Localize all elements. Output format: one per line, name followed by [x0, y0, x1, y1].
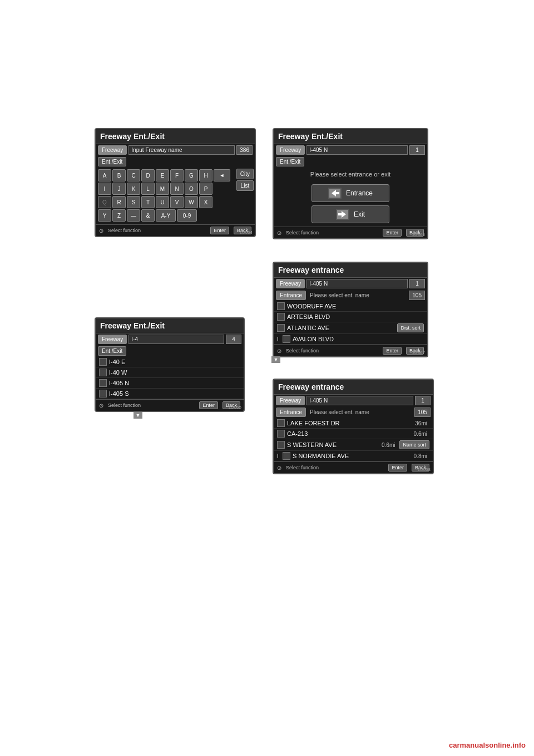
key-P[interactable]: P	[199, 183, 212, 195]
screen3-id: 1U066	[412, 232, 425, 237]
item3-checkbox[interactable]	[99, 379, 107, 387]
s5-item4-dist: 0.8mi	[414, 453, 427, 459]
screen-4: Freeway entrance Freeway I-405 N 1 Entra…	[273, 262, 428, 357]
screen1-freeway-tab[interactable]: Freeway	[98, 145, 127, 155]
screen1-input[interactable]: Input Freeway name	[128, 145, 235, 155]
screen3-enter-btn[interactable]: Enter	[383, 229, 402, 237]
list-item[interactable]: LAKE FOREST DR 36mi	[274, 418, 433, 429]
key-Y[interactable]: Y	[98, 209, 111, 222]
s5-item1-checkbox[interactable]	[277, 419, 285, 427]
name-sort-btn[interactable]: Name sort	[399, 440, 429, 449]
key-Z[interactable]: Z	[112, 209, 126, 222]
screen3-freeway-tab[interactable]: Freeway	[276, 145, 305, 155]
key-G[interactable]: G	[185, 169, 198, 181]
key-ay[interactable]: A-Y	[156, 209, 176, 222]
screen4-please-select: Please select ent. name	[308, 292, 407, 298]
key-backspace[interactable]: ◄	[214, 169, 230, 181]
dist-sort-btn[interactable]: Dist. sort	[397, 323, 424, 332]
s5-item1-dist: 36mi	[415, 420, 427, 426]
s4-item3-checkbox[interactable]	[277, 324, 285, 332]
key-H[interactable]: H	[199, 169, 212, 181]
list-item[interactable]: I-405 N	[96, 378, 244, 389]
screen4-entrance-tab[interactable]: Entrance	[276, 291, 306, 300]
key-V[interactable]: V	[170, 196, 184, 208]
screen5-enter-btn[interactable]: Enter	[388, 464, 407, 472]
list-item[interactable]: I-405 S	[96, 389, 244, 399]
key-S[interactable]: S	[127, 196, 140, 208]
screen4-enter-btn[interactable]: Enter	[383, 347, 402, 355]
list-item[interactable]: CA-213 0.6mi	[274, 429, 433, 439]
screen1-city-btn[interactable]: City	[236, 169, 254, 179]
screen1-entex-tab[interactable]: Ent./Exit	[98, 157, 126, 166]
list-item[interactable]: I-40 W	[96, 367, 244, 378]
list-item[interactable]: ARTESIA BLVD	[274, 312, 427, 322]
list-item[interactable]: I S NORMANDIE AVE 0.8mi	[274, 451, 433, 462]
screen5-entrance-tab[interactable]: Entrance	[276, 408, 306, 417]
key-X[interactable]: X	[199, 196, 212, 208]
s4-item2-checkbox[interactable]	[277, 313, 285, 321]
s4-item1-checkbox[interactable]	[277, 302, 285, 310]
key-09[interactable]: 0-9	[177, 209, 197, 222]
s5-item2-dist: 0.6mi	[414, 431, 427, 437]
key-F[interactable]: F	[170, 169, 184, 181]
key-L[interactable]: L	[141, 183, 155, 195]
s5-item2-checkbox[interactable]	[277, 430, 285, 438]
exit-label: Exit	[354, 210, 365, 218]
screen2-enter-btn[interactable]: Enter	[199, 401, 218, 409]
list-item[interactable]: ATLANTIC AVE Dist. sort	[274, 322, 427, 334]
key-Q[interactable]: Q	[98, 196, 111, 208]
screen3-entex-tab[interactable]: Ent./Exit	[276, 157, 304, 166]
item2-checkbox[interactable]	[99, 369, 107, 376]
screen4-freeway-tab[interactable]: Freeway	[276, 279, 305, 288]
key-J[interactable]: J	[112, 183, 126, 195]
s5-item3-checkbox[interactable]	[277, 441, 285, 449]
key-T[interactable]: T	[141, 196, 155, 208]
key-M[interactable]: M	[156, 183, 169, 195]
screen2-freeway-tab[interactable]: Freeway	[98, 335, 127, 344]
entrance-option[interactable]: Entrance	[312, 184, 389, 202]
screen-5: Freeway entrance Freeway I-405 N 1 Entra…	[273, 379, 434, 474]
screen4-title: Freeway entrance	[274, 263, 427, 278]
key-R[interactable]: R	[112, 196, 126, 208]
key-amp[interactable]: &	[141, 209, 155, 222]
key-A[interactable]: A	[98, 169, 111, 181]
screen2-freeway-value[interactable]: I-4	[128, 335, 224, 344]
s5-item4-checkbox[interactable]	[283, 452, 290, 460]
key-D[interactable]: D	[141, 169, 155, 181]
key-K[interactable]: K	[127, 183, 140, 195]
screen2-status: ⊙ Select function Enter Back	[96, 399, 244, 411]
screen2-entex-tab[interactable]: Ent./Exit	[98, 346, 126, 356]
key-I[interactable]: I	[98, 183, 111, 195]
screen5-id: 1U068	[417, 467, 431, 472]
key-O[interactable]: O	[185, 183, 198, 195]
list-item[interactable]: S WESTERN AVE 0.6mi Name sort	[274, 439, 433, 451]
screen3-freeway-value[interactable]: I-405 N	[306, 145, 408, 155]
screen1-list-btn[interactable]: List	[236, 180, 254, 191]
screen5-freeway-tab[interactable]: Freeway	[276, 396, 305, 405]
key-W[interactable]: W	[185, 196, 198, 208]
list-item[interactable]: I AVALON BLVD	[274, 334, 427, 345]
item1-checkbox[interactable]	[99, 358, 107, 366]
exit-option[interactable]: Exit	[312, 205, 389, 223]
scroll-indicator-2: ▼	[271, 356, 280, 363]
entrance-icon	[328, 188, 342, 199]
screen1-status: ⊙ Select function Enter Back	[96, 224, 255, 236]
key-U[interactable]: U	[156, 196, 169, 208]
key-B[interactable]: B	[112, 169, 126, 181]
list-item[interactable]: I-40 E	[96, 357, 244, 367]
s4-item4-checkbox[interactable]	[283, 335, 290, 343]
screen4-freeway-value[interactable]: I-405 N	[306, 279, 408, 288]
s4-item2-text: ARTESIA BLVD	[287, 313, 424, 320]
item1-text: I-40 E	[109, 359, 240, 365]
key-E[interactable]: E	[156, 169, 169, 181]
item4-checkbox[interactable]	[99, 390, 107, 397]
item4-text: I-405 S	[109, 390, 240, 397]
key-C[interactable]: C	[127, 169, 140, 181]
key-N[interactable]: N	[170, 183, 184, 195]
screen5-freeway-value[interactable]: I-405 N	[306, 396, 413, 405]
screen1-id: 1U064	[239, 230, 253, 235]
list-item[interactable]: WOODRUFF AVE	[274, 301, 427, 312]
s4-item1-text: WOODRUFF AVE	[287, 303, 424, 310]
screen1-enter-btn[interactable]: Enter	[210, 227, 229, 234]
key-dash[interactable]: —	[127, 209, 140, 222]
